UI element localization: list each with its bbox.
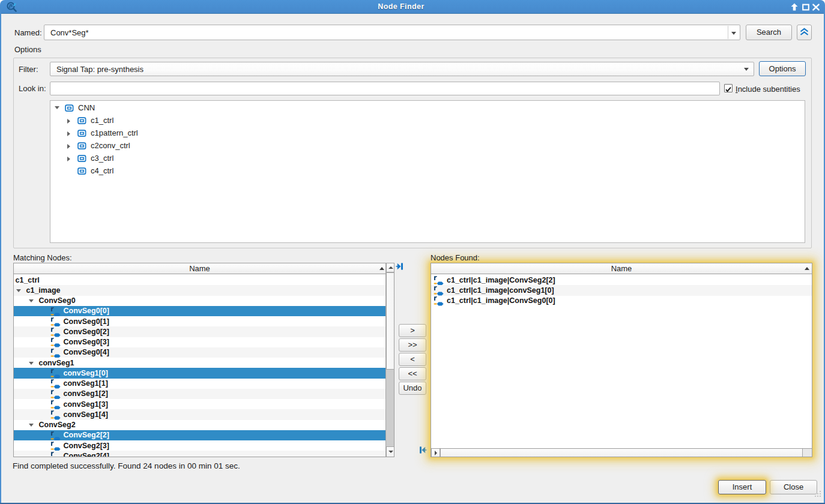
found-node-row[interactable]: c1_ctrl|c1_image|ConvSeg2[2] xyxy=(431,275,812,285)
triangle-right-icon xyxy=(435,451,437,455)
matching-node-row[interactable]: c1_ctrl xyxy=(14,275,385,285)
tree-item-c1_ctrl[interactable]: c1_ctrl xyxy=(50,114,805,127)
node-name: ConvSeg0[1] xyxy=(64,317,109,326)
expander-expanded-icon[interactable] xyxy=(29,362,34,365)
name-column-header: Name xyxy=(14,263,385,274)
expander-collapsed-icon[interactable] xyxy=(67,119,70,124)
remove-all-to-left-icon[interactable] xyxy=(419,446,427,457)
matching-node-row[interactable]: ConvSeg2[3] xyxy=(14,440,385,451)
matching-node-row[interactable]: convSeg1[0] xyxy=(14,368,385,378)
tree-item-label: c1pattern_ctrl xyxy=(91,128,138,137)
node-name: convSeg1 xyxy=(39,359,74,368)
resize-grip[interactable] xyxy=(813,489,822,500)
matching-node-row[interactable]: convSeg1[4] xyxy=(14,409,385,419)
titlebar[interactable]: Node Finder xyxy=(0,0,825,14)
node-name: convSeg1[2] xyxy=(64,389,108,398)
scroll-up-button[interactable] xyxy=(386,263,394,272)
maximize-window-icon[interactable] xyxy=(801,2,811,12)
node-name: convSeg1[3] xyxy=(64,400,108,409)
tree-item-label: c2conv_ctrl xyxy=(91,141,130,150)
node-name: ConvSeg0[4] xyxy=(64,348,109,357)
matching-node-row[interactable]: convSeg1[2] xyxy=(14,389,385,399)
matching-node-row[interactable]: ConvSeg0[2] xyxy=(14,326,385,337)
matching-node-row[interactable]: ConvSeg0 xyxy=(14,296,385,306)
include-subentities-checkbox[interactable] xyxy=(724,84,733,92)
expander-collapsed-icon[interactable] xyxy=(67,157,70,161)
horizontal-scrollbar[interactable] xyxy=(431,448,812,457)
matching-node-row[interactable]: ConvSeg2 xyxy=(14,420,385,430)
named-label: Named: xyxy=(14,28,42,37)
found-node-row[interactable]: c1_ctrl|c1_image|convSeg1[0] xyxy=(431,285,812,295)
expander-collapsed-icon[interactable] xyxy=(67,144,70,149)
expander-expanded-icon[interactable] xyxy=(29,424,34,427)
matching-node-row[interactable]: convSeg1[3] xyxy=(14,399,385,409)
tree-item-c4_ctrl[interactable]: c4_ctrl xyxy=(50,164,805,177)
matching-node-row[interactable]: convSeg1[1] xyxy=(14,379,385,389)
tree-item-c3_ctrl[interactable]: c3_ctrl xyxy=(50,152,805,164)
node-name: ConvSeg2[4] xyxy=(64,452,109,457)
entity-icon xyxy=(77,167,86,175)
node-name: ConvSeg0[0] xyxy=(64,307,109,316)
filter-combobox[interactable]: Signal Tap: pre-synthesis xyxy=(50,62,754,76)
status-message: Find completed successfully. Found 24 no… xyxy=(13,461,240,470)
search-button[interactable]: Search xyxy=(746,25,792,40)
remove-selected-button[interactable]: < xyxy=(399,353,426,366)
nodes-found-table: Name c1_ctrl|c1_image|ConvSeg2[2] c1_ctr… xyxy=(431,263,812,457)
matching-nodes-table: Name c1_ctrlc1_imageConvSeg0 ConvSeg0[0]… xyxy=(13,263,394,457)
vertical-scrollbar[interactable] xyxy=(385,263,394,457)
matching-node-row[interactable]: ConvSeg2[2] xyxy=(14,430,385,440)
matching-node-row[interactable]: ConvSeg0[0] xyxy=(14,306,385,316)
node-name: ConvSeg0[2] xyxy=(64,328,109,337)
named-combobox[interactable]: Conv*Seg* xyxy=(44,25,740,40)
scrollbar-thumb[interactable] xyxy=(440,449,803,457)
insert-button[interactable]: Insert xyxy=(718,480,766,494)
filter-options-button[interactable]: Options xyxy=(759,61,806,76)
scroll-down-button[interactable] xyxy=(386,446,394,457)
include-subentities-label[interactable]: Include subentities xyxy=(736,85,800,94)
chevron-down-icon[interactable] xyxy=(744,68,749,71)
tree-item-label: CNN xyxy=(78,103,95,112)
sort-ascending-icon xyxy=(379,267,384,270)
matching-node-row[interactable]: ConvSeg0[3] xyxy=(14,337,385,347)
node-name: ConvSeg2[3] xyxy=(64,442,109,451)
node-name: c1_ctrl|c1_image|ConvSeg0[0] xyxy=(447,296,555,305)
shade-window-icon[interactable] xyxy=(790,2,799,12)
found-node-row[interactable]: c1_ctrl|c1_image|ConvSeg0[0] xyxy=(431,296,812,306)
look-in-field[interactable] xyxy=(50,82,720,95)
expander-expanded-icon[interactable] xyxy=(29,299,34,302)
matching-nodes-header[interactable]: Name xyxy=(14,263,385,274)
scroll-right-button[interactable] xyxy=(431,449,439,457)
window-border xyxy=(0,10,1,504)
collapse-options-button[interactable] xyxy=(797,25,812,40)
close-window-icon[interactable] xyxy=(811,2,821,12)
copy-all-to-right-icon[interactable] xyxy=(396,262,403,273)
copy-all-right-button[interactable]: >> xyxy=(399,338,426,352)
matching-node-row[interactable]: ConvSeg0[4] xyxy=(14,347,385,358)
copy-selected-right-button[interactable]: > xyxy=(399,324,426,337)
nodes-found-header[interactable]: Name xyxy=(431,263,812,274)
triangle-down-icon xyxy=(388,451,393,453)
tree-item-c2conv_ctrl[interactable]: c2conv_ctrl xyxy=(50,139,805,152)
tree-item-c1pattern_ctrl[interactable]: c1pattern_ctrl xyxy=(50,127,805,139)
matching-node-row[interactable]: c1_image xyxy=(14,285,385,295)
look-in-input[interactable] xyxy=(54,83,716,94)
hierarchy-tree: CNN c1_ctrl c1pattern_ctrl c2conv_ctrl c… xyxy=(50,100,805,243)
undo-button[interactable]: Undo xyxy=(399,382,426,395)
window-title: Node Finder xyxy=(0,0,802,13)
filter-combobox-value: Signal Tap: pre-synthesis xyxy=(56,62,144,76)
double-chevron-up-icon xyxy=(797,27,811,38)
chevron-down-icon[interactable] xyxy=(731,32,736,35)
tree-item-CNN[interactable]: CNN xyxy=(50,101,805,114)
matching-node-row[interactable]: convSeg1 xyxy=(14,358,385,368)
expander-expanded-icon[interactable] xyxy=(55,106,59,109)
register-node-icon xyxy=(50,451,61,457)
expander-expanded-icon[interactable] xyxy=(16,289,21,292)
scrollbar-thumb[interactable] xyxy=(386,272,394,370)
node-name: c1_image xyxy=(26,286,61,295)
remove-all-button[interactable]: << xyxy=(399,367,426,380)
register-node-icon xyxy=(434,296,444,306)
close-button[interactable]: Close xyxy=(770,480,817,494)
expander-collapsed-icon[interactable] xyxy=(67,131,70,136)
matching-node-row[interactable]: ConvSeg0[1] xyxy=(14,316,385,326)
matching-node-row[interactable]: ConvSeg2[4] xyxy=(14,451,385,457)
